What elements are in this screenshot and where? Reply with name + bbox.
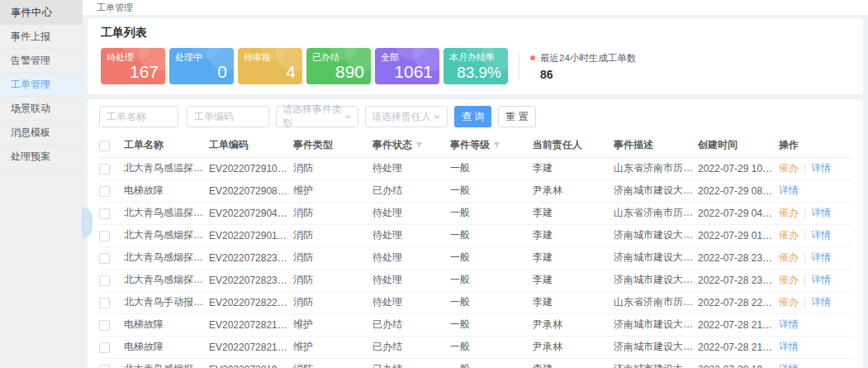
cell-level: 一般 — [450, 157, 533, 179]
cell-name: 北大青鸟感温探测器故障 — [124, 157, 209, 179]
cell-ops: 详情 — [779, 336, 851, 358]
sidebar-item-alarm-manage[interactable]: 告警管理 — [0, 49, 83, 73]
row-checkbox[interactable] — [99, 231, 110, 241]
cell-status: 待处理 — [372, 246, 450, 269]
cell-status: 已办结 — [372, 336, 450, 358]
filter-funnel-icon[interactable] — [493, 141, 500, 149]
cell-time: 2022-07-29 04:45:36 — [698, 202, 779, 224]
stat-card-all[interactable]: 全部1061 — [375, 48, 439, 84]
reset-button[interactable]: 重 置 — [498, 106, 535, 127]
sidebar-item-event-report[interactable]: 事件上报 — [0, 25, 83, 49]
detail-link[interactable]: 详情 — [779, 318, 799, 330]
sidebar-item-workorder-manage[interactable]: 工单管理 — [0, 73, 83, 97]
stat-card-value: 1061 — [394, 62, 433, 82]
cell-owner: 李建 — [533, 224, 614, 246]
cell-owner: 李建 — [533, 157, 614, 179]
table-body: 北大青鸟感温探测器故障EV20220729104130123消防待处理一般李建山… — [99, 157, 851, 368]
stats-divider — [519, 52, 519, 80]
workorder-name-input[interactable] — [99, 106, 178, 127]
cell-name: 北大青鸟感温探测器故障 — [124, 202, 209, 224]
row-checkbox[interactable] — [99, 342, 110, 353]
cell-code: EV20220728210903424 — [209, 313, 293, 336]
owner-select[interactable]: 请选择责任人 — [365, 106, 448, 127]
row-checkbox[interactable] — [99, 275, 110, 286]
column-header-desc: 事件描述 — [614, 134, 698, 157]
row-checkbox[interactable] — [99, 365, 110, 368]
urge-link[interactable]: 催办 — [779, 251, 799, 263]
cell-owner: 李建 — [533, 291, 614, 313]
sidebar: 事件中心 事件上报告警管理工单管理场景联动消息模板处理预案 ‹ — [0, 0, 83, 368]
column-header-label: 工单编码 — [209, 139, 249, 151]
urge-link[interactable]: 催办 — [779, 274, 799, 285]
detail-link[interactable]: 详情 — [811, 274, 831, 285]
row-checkbox[interactable] — [99, 164, 110, 174]
page-title: 工单列表 — [101, 26, 850, 41]
stat-card-value: 4 — [286, 62, 296, 82]
cell-ops: 催办|详情 — [779, 157, 851, 179]
row-checkbox-cell — [99, 202, 124, 224]
urge-link[interactable]: 催办 — [779, 162, 799, 174]
cell-ops: 催办|详情 — [779, 291, 851, 313]
recent-workorders-block: 最近24小时生成工单数 86 — [530, 52, 636, 81]
workorder-code-input[interactable] — [187, 106, 269, 127]
detail-link[interactable]: 详情 — [779, 341, 799, 352]
cell-time: 2022-07-28 19:34:26 — [698, 358, 779, 368]
stat-card-processing[interactable]: 处理中0 — [169, 48, 234, 84]
cell-time: 2022-07-28 23:09:08 — [698, 269, 779, 291]
owner-select-placeholder: 请选择责任人 — [372, 110, 431, 124]
cell-desc: 济南城市建设大厦B3车... — [614, 358, 698, 368]
detail-link[interactable]: 详情 — [811, 251, 831, 263]
sidebar-item-handle-plan[interactable]: 处理预案 — [0, 145, 83, 169]
search-button[interactable]: 查 询 — [454, 106, 491, 127]
cell-time: 2022-07-29 08:18:15 — [698, 179, 779, 202]
detail-link[interactable]: 详情 — [811, 229, 831, 241]
sidebar-header: 事件中心 — [0, 0, 83, 25]
detail-link[interactable]: 详情 — [811, 207, 831, 218]
column-header-label: 创建时间 — [698, 139, 738, 151]
chevron-left-icon: ‹ — [86, 218, 88, 227]
urge-link[interactable]: 催办 — [779, 296, 799, 308]
row-checkbox[interactable] — [99, 298, 110, 308]
cell-type: 消防 — [293, 202, 372, 224]
sidebar-item-message-template[interactable]: 消息模板 — [0, 121, 83, 145]
cell-status: 待处理 — [372, 224, 450, 246]
cell-level: 一般 — [450, 202, 533, 224]
detail-link[interactable]: 详情 — [811, 162, 831, 174]
stat-card-month-rate[interactable]: 本月办结率83.9% — [443, 48, 508, 84]
cell-type: 维护 — [293, 313, 372, 336]
column-header-label: 事件描述 — [614, 139, 653, 151]
detail-link[interactable]: 详情 — [811, 296, 831, 308]
cell-level: 一般 — [450, 313, 533, 336]
detail-link[interactable]: 详情 — [779, 363, 799, 368]
action-separator: | — [804, 229, 806, 241]
filter-row: 请选择事件类型 请选择责任人 查 询 重 置 — [99, 106, 851, 127]
detail-link[interactable]: 详情 — [779, 184, 799, 196]
action-separator: | — [804, 251, 806, 263]
breadcrumb-item[interactable]: 工单管理 — [97, 2, 133, 14]
cell-time: 2022-07-29 10:41:45 — [698, 157, 779, 179]
cell-type: 维护 — [293, 179, 372, 202]
select-all-checkbox[interactable] — [99, 141, 110, 151]
stat-card-review[interactable]: 待审核4 — [238, 48, 302, 84]
cell-ops: 催办|详情 — [779, 224, 851, 246]
stat-card-done[interactable]: 已办结890 — [306, 48, 371, 84]
cell-name: 北大青鸟感烟探测器故障 — [124, 269, 209, 291]
stat-card-pending[interactable]: 待处理167 — [101, 48, 165, 84]
row-checkbox[interactable] — [99, 186, 110, 197]
chevron-down-icon — [344, 112, 352, 121]
cell-ops: 详情 — [779, 179, 851, 202]
urge-link[interactable]: 催办 — [779, 229, 799, 241]
cell-desc: 济南城市建设大厦消防梯... — [614, 336, 698, 358]
row-checkbox[interactable] — [99, 208, 110, 219]
sidebar-item-scene-linkage[interactable]: 场景联动 — [0, 97, 83, 121]
event-type-select[interactable]: 请选择事件类型 — [276, 106, 358, 127]
row-checkbox[interactable] — [99, 253, 110, 264]
filter-funnel-icon[interactable] — [415, 141, 423, 149]
cell-type: 维护 — [293, 336, 372, 358]
cell-code: EV20220728235233362 — [209, 246, 293, 269]
chevron-down-icon — [433, 112, 441, 121]
table-row: 北大青鸟感烟探测器故障EV20220729011706036消防待处理一般李建济… — [99, 224, 851, 246]
cell-name: 北大青鸟感烟探测器故障 — [124, 224, 209, 246]
row-checkbox[interactable] — [99, 320, 110, 331]
urge-link[interactable]: 催办 — [779, 207, 799, 218]
